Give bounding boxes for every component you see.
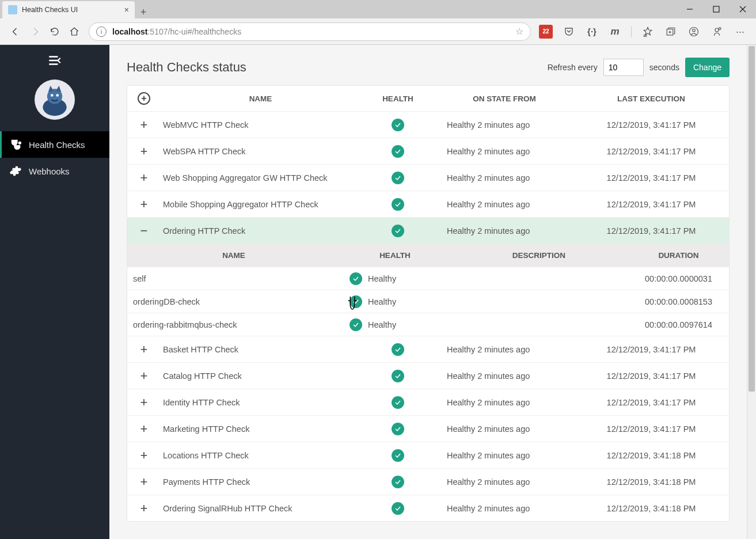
health-ok-icon (349, 295, 362, 308)
row-state: Healthy 2 minutes ago (435, 504, 573, 513)
page-title: Health Checks status (127, 60, 246, 75)
refresh-label-after: seconds (649, 63, 679, 72)
row-state: Healthy 2 minutes ago (435, 424, 573, 434)
expand-icon[interactable]: + (127, 422, 161, 436)
change-button[interactable]: Change (685, 58, 730, 77)
forward-button[interactable] (25, 22, 45, 41)
svg-point-19 (56, 94, 59, 97)
feedback-icon[interactable] (710, 25, 724, 39)
sidebar-item-label: Webhooks (29, 166, 70, 176)
collections-icon[interactable] (664, 25, 678, 39)
refresh-interval-input[interactable] (603, 59, 644, 76)
health-ok-icon (349, 272, 362, 285)
health-ok-icon (392, 449, 404, 462)
scrollbar[interactable] (747, 45, 756, 539)
health-ok-icon (392, 145, 404, 158)
sub-table-row: orderingDB-checkHealthy00:00:00.0008153 (127, 290, 729, 313)
row-name: Web Shopping Aggregator GW HTTP Check (161, 173, 360, 183)
sub-table-row: selfHealthy00:00:00.0000031 (127, 267, 729, 290)
row-name: Locations HTTP Check (161, 451, 360, 460)
expand-icon[interactable]: + (127, 395, 161, 410)
table-row[interactable]: +Marketing HTTP CheckHealthy 2 minutes a… (127, 415, 729, 442)
table-row[interactable]: +Basket HTTP CheckHealthy 2 minutes ago1… (127, 336, 729, 362)
extension-calendar-icon[interactable]: 22 (539, 25, 553, 39)
extension-m-icon[interactable]: m (608, 25, 622, 39)
tab-close-icon[interactable]: × (124, 5, 129, 14)
extension-pocket-icon[interactable] (562, 25, 576, 39)
refresh-button[interactable] (45, 22, 64, 41)
row-state: Healthy 2 minutes ago (435, 147, 573, 156)
table-row[interactable]: +Web Shopping Aggregator GW HTTP CheckHe… (127, 164, 729, 191)
sidebar-item-health-checks[interactable]: Health Checks (0, 131, 109, 158)
expand-icon[interactable]: + (127, 117, 161, 132)
expand-icon[interactable]: + (127, 501, 161, 516)
expand-icon[interactable]: + (127, 197, 161, 212)
health-ok-icon (392, 172, 404, 184)
profile-icon[interactable] (687, 25, 701, 39)
main-content: Health Checks status Refresh every secon… (109, 45, 756, 539)
subrow-duration: 00:00:00.0097614 (628, 320, 729, 329)
extension-braces-icon[interactable]: {∙} (585, 25, 599, 39)
expand-icon[interactable]: + (127, 475, 161, 489)
row-state: Healthy 2 minutes ago (435, 226, 573, 236)
expand-all-icon[interactable]: + (138, 92, 150, 105)
health-ok-icon (392, 502, 404, 515)
sidebar-item-webhooks[interactable]: Webhooks (0, 158, 109, 184)
address-bar[interactable]: i localhost:5107/hc-ui#/healthchecks ☆ (89, 22, 531, 41)
home-button[interactable] (64, 22, 84, 41)
row-last: 12/12/2019, 3:41:17 PM (573, 173, 729, 183)
table-row[interactable]: +Catalog HTTP CheckHealthy 2 minutes ago… (127, 362, 729, 389)
health-ok-icon (392, 225, 404, 237)
toolbar-separator (631, 26, 632, 37)
subrow-health: Healthy (368, 297, 396, 306)
row-last: 12/12/2019, 3:41:17 PM (573, 120, 729, 130)
row-state: Healthy 2 minutes ago (435, 173, 573, 183)
row-last: 12/12/2019, 3:41:17 PM (573, 398, 729, 407)
row-last: 12/12/2019, 3:41:17 PM (573, 371, 729, 381)
favorites-icon[interactable] (641, 25, 655, 39)
expand-icon[interactable]: + (127, 369, 161, 384)
collapse-icon[interactable]: − (127, 223, 161, 238)
site-info-icon[interactable]: i (96, 26, 107, 37)
table-row[interactable]: +Ordering SignalRHub HTTP CheckHealthy 2… (127, 495, 729, 521)
table-row[interactable]: +Identity HTTP CheckHealthy 2 minutes ag… (127, 389, 729, 415)
expand-icon[interactable]: + (127, 342, 161, 357)
expand-icon[interactable]: + (127, 170, 161, 185)
sub-table-header: NAMEHEALTHDESCRIPTIONDURATION (127, 244, 729, 267)
row-last: 12/12/2019, 3:41:17 PM (573, 424, 729, 434)
window-minimize-button[interactable] (677, 0, 703, 18)
app-sidebar: Health Checks Webhooks (0, 45, 109, 539)
health-ok-icon (392, 370, 404, 382)
favorite-icon[interactable]: ☆ (515, 26, 523, 37)
table-row[interactable]: +Locations HTTP CheckHealthy 2 minutes a… (127, 442, 729, 468)
browser-tab[interactable]: Health Checks UI × (2, 1, 135, 18)
subrow-name: orderingDB-check (127, 297, 340, 306)
table-row[interactable]: +WebMVC HTTP CheckHealthy 2 minutes ago1… (127, 111, 729, 138)
health-ok-icon (349, 318, 362, 331)
menu-toggle-button[interactable] (0, 45, 109, 76)
col-name-header: NAME (161, 94, 360, 103)
subrow-health: Healthy (368, 320, 396, 329)
row-name: Catalog HTTP Check (161, 371, 360, 381)
row-state: Healthy 2 minutes ago (435, 120, 573, 130)
table-row[interactable]: +Payments HTTP CheckHealthy 2 minutes ag… (127, 468, 729, 495)
row-last: 12/12/2019, 3:41:17 PM (573, 147, 729, 156)
health-checks-table: + NAME HEALTH ON STATE FROM LAST EXECUTI… (127, 85, 730, 522)
back-button[interactable] (6, 22, 25, 41)
window-close-button[interactable] (730, 0, 756, 18)
expand-icon[interactable]: + (127, 448, 161, 463)
table-row[interactable]: −Ordering HTTP CheckHealthy 2 minutes ag… (127, 217, 729, 244)
row-state: Healthy 2 minutes ago (435, 477, 573, 487)
window-maximize-button[interactable] (703, 0, 730, 18)
row-state: Healthy 2 minutes ago (435, 200, 573, 209)
gear-icon (9, 165, 22, 177)
menu-dots-icon[interactable]: ⋯ (733, 25, 747, 39)
table-row[interactable]: +Mobile Shopping Aggregator HTTP CheckHe… (127, 191, 729, 217)
new-tab-button[interactable]: + (135, 6, 152, 18)
svg-rect-1 (713, 6, 719, 12)
scroll-thumb[interactable] (749, 46, 755, 392)
expand-icon[interactable]: + (127, 144, 161, 159)
avatar (0, 76, 109, 131)
table-row[interactable]: +WebSPA HTTP CheckHealthy 2 minutes ago1… (127, 138, 729, 164)
row-state: Healthy 2 minutes ago (435, 371, 573, 381)
